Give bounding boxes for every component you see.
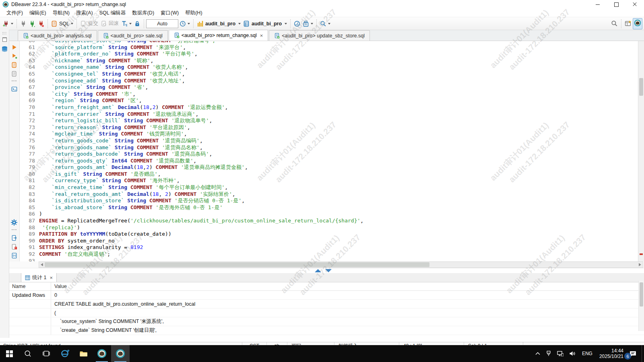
- tray-usb-icon[interactable]: [543, 345, 554, 362]
- code-line-62[interactable]: 62 `platform_order_no` String COMMENT '平…: [20, 51, 638, 58]
- tray-volume-icon[interactable]: [566, 345, 578, 362]
- open-console-button[interactable]: [11, 86, 17, 92]
- code-line-70[interactable]: 70 `return_freight_amt` Decimal(18,2) CO…: [20, 104, 638, 111]
- minimize-button[interactable]: [588, 0, 607, 9]
- stats-row-1[interactable]: CREATE TABLE audit_bi_pro.custom_online_…: [9, 300, 644, 309]
- new-sql-editor-button[interactable]: SQL: [50, 20, 74, 28]
- code-line-72[interactable]: 72 `return_logistic_bill` String COMMENT…: [20, 117, 638, 124]
- transaction-log-button[interactable]: [178, 20, 191, 28]
- code-line-64[interactable]: 64 `consignee_name` String COMMENT '收货人名…: [20, 64, 638, 71]
- file-explorer-button[interactable]: [74, 345, 93, 362]
- code-line-69[interactable]: 69 `region` String COMMENT '区',: [20, 97, 638, 104]
- code-line-60[interactable]: 60 `distribution_store_no` String COMMEN…: [20, 41, 638, 44]
- code-line-90[interactable]: 90ORDER BY system_order_no: [20, 238, 638, 245]
- menu-item-1[interactable]: 编辑(E): [26, 10, 50, 16]
- restore-panel-icon[interactable]: [2, 37, 7, 42]
- scrollbar-thumb[interactable]: [45, 262, 429, 267]
- editor-horizontal-scrollbar[interactable]: [39, 261, 643, 268]
- editor-settings-button[interactable]: [11, 219, 17, 226]
- rollback-button[interactable]: 回滚: [99, 19, 120, 28]
- code-line-81[interactable]: 81 `currency_type` String COMMENT '海外币种'…: [20, 177, 638, 184]
- editor-tab-1[interactable]: <audit_bi_pro> sale.sql: [98, 30, 168, 41]
- column-header-name[interactable]: Name: [9, 284, 51, 289]
- code-line-89[interactable]: 89PARTITION BY toYYYYMM(toDate(create_da…: [20, 231, 638, 238]
- code-line-73[interactable]: 73 `return_reason` String COMMENT '平台退款原…: [20, 124, 638, 131]
- stats-row-3[interactable]: `source_system` String COMMENT '来源系统',: [9, 317, 644, 326]
- code-line-91[interactable]: 91SETTINGS index_granularity = 8192: [20, 244, 638, 251]
- error-marker[interactable]: [640, 253, 643, 255]
- schema-selector[interactable]: audit_bi_pro: [242, 20, 288, 28]
- start-button[interactable]: [0, 345, 19, 362]
- quick-access-search-button[interactable]: [610, 19, 619, 28]
- transaction-lock-button[interactable]: [133, 20, 142, 28]
- minimize-panel-icon[interactable]: [325, 269, 332, 272]
- autocommit-select[interactable]: Auto: [146, 19, 178, 28]
- reconnect-button[interactable]: [28, 20, 37, 28]
- database-navigator-icon[interactable]: [1, 46, 8, 54]
- editor-tab-3[interactable]: <audit_bi_pro> update_sbz_store.sql: [269, 30, 370, 41]
- tray-network-icon[interactable]: [554, 345, 566, 362]
- menu-item-2[interactable]: 导航(N): [50, 10, 73, 16]
- scroll-left-icon[interactable]: [41, 263, 43, 266]
- query-variables-button[interactable]: [11, 253, 17, 259]
- editor-vertical-scrollbar[interactable]: [638, 41, 644, 261]
- new-connection-button[interactable]: +: [2, 20, 14, 28]
- code-line-76[interactable]: 76 `return_goods_name` String COMMENT '退…: [20, 144, 638, 151]
- next-query-button[interactable]: [11, 235, 17, 241]
- disconnect-button[interactable]: [37, 20, 45, 28]
- code-line-67[interactable]: 67 `province` String COMMENT '省',: [20, 84, 638, 91]
- close-icon[interactable]: ×: [50, 275, 53, 280]
- transaction-mode-button[interactable]: [120, 20, 133, 28]
- commit-button[interactable]: 提交: [79, 19, 99, 28]
- open-perspective-button[interactable]: [623, 19, 633, 28]
- sql-editor[interactable]: 60 `distribution_store_no` String COMMEN…: [20, 41, 638, 261]
- export-button[interactable]: [301, 20, 314, 28]
- maximize-button[interactable]: [607, 0, 625, 9]
- taskbar-clock[interactable]: 14:44 2025/10/21: [596, 348, 627, 359]
- stats-row-4[interactable]: `create_date` String COMMENT '创建日期',: [9, 326, 644, 335]
- code-line-80[interactable]: 80 `is_gift` String COMMENT '是否赠品',: [20, 171, 638, 178]
- code-line-87[interactable]: 87ENGINE = ReplicatedMergeTree('/clickho…: [20, 218, 638, 224]
- code-line-92[interactable]: 92COMMENT '自定义电商退销';: [20, 251, 638, 258]
- explain-plan-button[interactable]: [11, 71, 17, 77]
- code-line-93[interactable]: 93: [20, 258, 638, 261]
- code-line-82[interactable]: 82 `min_create_time` String COMMENT '每个平…: [20, 184, 638, 191]
- code-line-83[interactable]: 83 `real_return_goods_amt` Decimal(18, 2…: [20, 191, 638, 198]
- code-line-71[interactable]: 71 `return_carrier` String COMMENT '退款物流…: [20, 111, 638, 118]
- code-line-79[interactable]: 79 `return_goods_amt` Decimal(18,2) COMM…: [20, 164, 638, 171]
- code-line-75[interactable]: 75 `return_goods_code` String COMMENT '退…: [20, 138, 638, 144]
- menu-item-6[interactable]: 窗口(W): [157, 10, 182, 16]
- dbeaver-perspective-button[interactable]: [633, 18, 642, 29]
- code-line-84[interactable]: 84 `is_distribution_store` String COMMEN…: [20, 197, 638, 204]
- code-line-74[interactable]: 74 `mgclear_time` String COMMENT '钱货两清时间…: [20, 131, 638, 138]
- code-line-77[interactable]: 77 `return_goods_barcode` String COMMENT…: [20, 151, 638, 158]
- code-line-63[interactable]: 63 `nickname` String COMMENT '昵称',: [20, 58, 638, 64]
- code-line-61[interactable]: 61 `source_platform` String COMMENT '来源平…: [20, 44, 638, 51]
- editor-tab-2[interactable]: <audit_bi_pro> return_change.sql×: [169, 30, 268, 41]
- execute-in-new-tab-button[interactable]: [11, 53, 17, 59]
- menu-item-0[interactable]: 文件(F): [3, 10, 26, 16]
- code-line-65[interactable]: 65 `consignee_tel` String COMMENT '收货人电话…: [20, 71, 638, 78]
- execute-script-button[interactable]: [11, 62, 17, 68]
- connect-button[interactable]: [19, 20, 28, 28]
- stats-vertical-scrollbar[interactable]: [638, 281, 644, 331]
- dbeaver-taskbar-button-active[interactable]: [111, 345, 130, 362]
- action-center-button[interactable]: 6: [627, 345, 642, 362]
- code-line-78[interactable]: 78 `return_goods_qty` Int64 COMMENT '退货商…: [20, 158, 638, 165]
- menu-item-5[interactable]: 数据库(D): [129, 10, 157, 16]
- taskbar-search-button[interactable]: [19, 345, 37, 362]
- code-line-88[interactable]: 88 '{replica}'): [20, 224, 638, 231]
- show-problems-button[interactable]: [11, 244, 17, 250]
- close-icon[interactable]: ×: [260, 33, 263, 38]
- internet-explorer-button[interactable]: [56, 345, 74, 362]
- tray-chevron-up-icon[interactable]: [533, 345, 543, 362]
- connection-selector[interactable]: audit_bi_pro: [196, 20, 242, 28]
- close-button[interactable]: [625, 0, 644, 9]
- menu-item-7[interactable]: 帮助(H): [182, 10, 205, 16]
- scrollbar-thumb[interactable]: [640, 282, 643, 306]
- code-line-68[interactable]: 68 `city` String COMMENT '市',: [20, 91, 638, 98]
- dbeaver-taskbar-button[interactable]: [93, 345, 111, 362]
- menu-item-3[interactable]: 搜索(A): [73, 10, 96, 16]
- show-desktop-button[interactable]: [642, 345, 644, 362]
- code-line-66[interactable]: 66 `consignee_add` String COMMENT '收货人地址…: [20, 78, 638, 84]
